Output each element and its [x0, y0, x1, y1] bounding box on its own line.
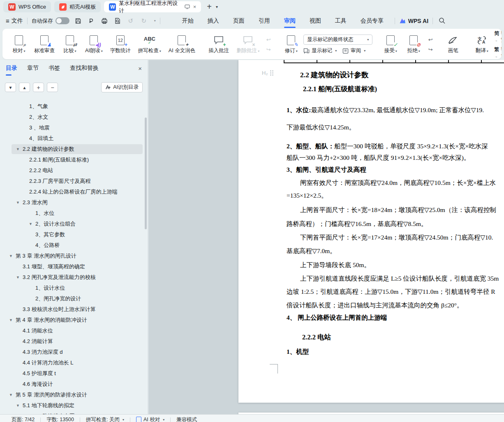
toc-item[interactable]: 1、设计水位 [0, 283, 148, 293]
ai-proofread-status[interactable]: AI 校对▾ [136, 416, 164, 422]
track-changes-button[interactable]: ✎ 修订▾ [280, 31, 302, 58]
toc-item[interactable]: 3.3 校核洪水位时上游水深计算 [0, 304, 148, 315]
toc-item[interactable]: 2、水文 [0, 112, 148, 122]
toc-item[interactable]: ▼5.1 地下轮廓线的拟定 [0, 400, 148, 411]
toc-item[interactable]: 2.2.3 厂房平面尺寸及高程 [0, 176, 148, 187]
tab-docer-template[interactable]: 稻壳AI模板 [54, 1, 101, 12]
toc-item[interactable]: 4.6 海漫设计 [0, 379, 148, 390]
screen-share-icon[interactable] [185, 5, 190, 9]
doc-text-line[interactable]: 2.2.1 船闸(五级航道标准) [303, 85, 377, 94]
toc-item[interactable]: 1、水位 [0, 208, 148, 219]
toc-item[interactable]: 1、气象 [0, 101, 148, 112]
spell-check-status[interactable]: 拼写检查: 关闭▾ [86, 416, 124, 422]
toc-item[interactable]: ▼第 5 章 泄洪闸的防渗排水设计 [0, 390, 148, 400]
doc-text-line[interactable]: 上闸首平面尺寸：长×宽=18×24m；墩顶高程▽25.0m（注：该高程控制 [300, 206, 496, 214]
file-menu[interactable]: ≡ 文件 [6, 17, 23, 25]
toc-item[interactable]: 5.1.1 防渗排水布置 [0, 411, 148, 414]
toc-item[interactable]: ▼3.2 闸孔净宽及泄流能力的校核 [0, 272, 148, 283]
print-preview-icon[interactable] [114, 17, 121, 25]
doc-text-line[interactable]: 下游最低水位▽14.25m。 [287, 123, 355, 132]
compare-button[interactable]: ⇄ 比较▾ [59, 31, 81, 58]
doc-text-line[interactable]: 基底高程▽7.0m。 [287, 247, 336, 256]
markup-state-select[interactable]: 显示标记的最终状态▾ [303, 35, 372, 45]
doc-text-line[interactable]: 船队一300 马力+2×300 吨，船队尺度 91×9.2×1.3(长×宽×吃水… [287, 154, 470, 162]
toc-item[interactable]: 4、公路桥 [0, 240, 148, 251]
sidebar-tab-1[interactable]: 章节 [27, 65, 39, 72]
doc-text-line[interactable]: 倍设计船队长度；进出口轴线与主河流基本流向的交角 β≤20°。 [287, 301, 463, 310]
toc-item[interactable]: ▼2.3 泄水闸 [0, 197, 148, 208]
document-page-7[interactable]: H₂ 2.2 建筑物的设计参数2.2.1 船闸(五级航道标准)1、水位:最高通航… [238, 60, 504, 403]
sidebar-tab-0[interactable]: 目录 [6, 65, 17, 72]
toc-item[interactable]: 2、闸孔净宽的设计 [0, 293, 148, 304]
doc-text-line[interactable]: 闸室有效尺寸：闸室顶高程▽24.0m，闸底高程▽10.5m；长×宽×槛上水 [300, 179, 496, 187]
doc-text-line[interactable]: 边坡 1:2.5；引航道底高程：上游▽15.0m，下游▽11.0m；引航道转弯半… [287, 288, 495, 296]
doc-text-line[interactable]: 上下游导墙段长底 50m。 [300, 261, 370, 270]
page-indicator[interactable]: 页面: 7/42 [12, 416, 35, 422]
traditional-to-simplified-button[interactable]: 繁→ 转简 [494, 46, 502, 60]
doc-text-line[interactable]: 2、船型、船队：船型一300 吨驳船，单驳尺度 35×9.2×1.3(长×宽×吃… [287, 142, 488, 151]
proofread-button[interactable]: ⌕ 校对▾ [8, 31, 30, 58]
toc-item[interactable]: 3 、地震 [0, 122, 148, 133]
standard-review-button[interactable]: ♟ 标准审查 [31, 31, 58, 58]
previous-revision-icon[interactable]: ↩ [426, 35, 435, 44]
doc-text-line[interactable]: 上下游引航道直线段长度应满足 L≥5 位设计船队长度，引航道底宽 35m [300, 274, 499, 283]
toc-item[interactable]: 4.4 计算消力池池长 L [0, 357, 148, 368]
toc-item[interactable]: 2.2.2 电站 [0, 165, 148, 176]
toc-expand-down-button[interactable]: ▾ [5, 83, 16, 92]
doc-text-line[interactable]: 路桥高程）；门槛高程▽16.5m，基底高程▽8.5m。 [287, 220, 427, 228]
show-markup-button[interactable]: 显示标记▾ [303, 47, 337, 54]
menu-tab-1[interactable]: 插入 [201, 15, 226, 27]
doc-text-line[interactable]: 1、机型 [287, 348, 309, 356]
toc-expand-all-button[interactable]: + [33, 83, 44, 92]
print-icon[interactable] [101, 17, 108, 25]
drag-handle-icon[interactable] [270, 70, 273, 76]
sidebar-tab-3[interactable]: 查找和替换 [70, 65, 99, 72]
doc-text-line[interactable]: 2.2.2 电站 [302, 333, 331, 342]
toc-item[interactable]: ▼2.2 建筑物的设计参数 [0, 144, 148, 155]
heading-level-badge[interactable]: H₂ [262, 70, 273, 76]
accept-revision-button[interactable]: ✓ 接受▾ [380, 31, 401, 58]
toc-item[interactable]: 4.5 护坦厚度 t [0, 368, 148, 379]
menu-tab-7[interactable]: 会员专享 [354, 15, 391, 27]
save-icon[interactable] [74, 17, 82, 25]
reviewer-button[interactable]: 审阅▾ [342, 47, 365, 54]
reject-revision-button[interactable]: ⊘ 拒绝▾ [403, 31, 424, 58]
toc-item[interactable]: ▼第 4 章 泄水闸的消能防冲设计 [0, 315, 148, 325]
autosave-toggle[interactable] [55, 17, 69, 24]
sidebar-close-icon[interactable]: × [138, 65, 142, 72]
word-count-button[interactable]: 12+ 字数统计 [107, 31, 134, 58]
new-tab-button[interactable]: + [207, 2, 212, 12]
toc-collapse-up-button[interactable]: ▴ [19, 83, 30, 92]
tab-document-active[interactable]: W 某水利枢纽工程泄水闸设计 × [104, 1, 201, 12]
insert-comment-button[interactable]: + 插入批注 [206, 31, 232, 58]
toc-item[interactable]: 4.1 消能水位 [0, 325, 148, 336]
close-tab-icon[interactable]: × [193, 4, 197, 10]
toc-item[interactable]: 4、回填土 [0, 133, 148, 144]
toc-item[interactable]: 2.2.4 站上的公路桥设在厂房的上游端 [0, 187, 148, 197]
doc-text-line[interactable]: 1、水位:最高通航水位▽23.32m, 最低通航水位▽19.0m; 正常蓄水位▽… [287, 106, 484, 115]
menu-tab-4[interactable]: 审阅 [277, 15, 303, 27]
toc-item[interactable]: 3、其它参数 [0, 229, 148, 240]
ink-pen-button[interactable]: 画笔 [442, 31, 464, 58]
doc-text-line[interactable]: 4、 闸上公路桥设在上闸首的上游端 [287, 314, 387, 322]
menu-tab-3[interactable]: 引用 [252, 15, 277, 27]
translate-button[interactable]: 文A 翻译▾ [471, 31, 492, 58]
toc-item[interactable]: 2.2.1 船闸(五级航道标准) [0, 155, 148, 165]
toc-item[interactable]: 4.3 消力池深度 d [0, 347, 148, 357]
simplified-to-traditional-button[interactable]: 简→ 转繁 [494, 30, 502, 44]
export-pdf-icon[interactable] [88, 17, 95, 25]
ai-recognize-toc-button[interactable]: AI识别目录 [101, 82, 143, 92]
toc-item[interactable]: ▼第 3 章 泄水闸的闸孔设计 [0, 251, 148, 261]
ai-read-button[interactable]: ◂)) AI朗读▾ [82, 31, 106, 58]
menu-tab-0[interactable]: 开始 [175, 15, 201, 27]
tab-list-caret-icon[interactable]: ▾ [216, 5, 218, 9]
undo-redo-caret-icon[interactable]: ▾ [154, 19, 156, 23]
search-icon[interactable] [439, 17, 446, 24]
toc-item[interactable]: 4.2 消能计算 [0, 336, 148, 347]
toc-collapse-all-button[interactable]: − [47, 83, 58, 92]
menu-tab-5[interactable]: 视图 [303, 15, 328, 27]
sidebar-tab-2[interactable]: 书签 [49, 65, 60, 72]
doc-text-line[interactable]: 2.2 建筑物的设计参数 [300, 70, 368, 80]
tab-wps-home[interactable]: W WPS Office [3, 1, 51, 12]
menu-tab-6[interactable]: 工具 [328, 15, 354, 27]
